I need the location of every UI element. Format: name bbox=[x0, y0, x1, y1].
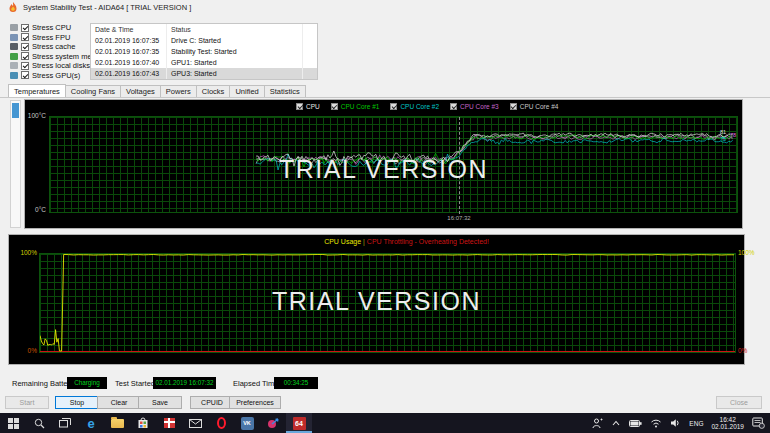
battery-value: Charging bbox=[67, 377, 107, 389]
opera-icon bbox=[217, 417, 226, 429]
gpu-icon bbox=[10, 72, 18, 79]
action-center-icon[interactable] bbox=[752, 417, 765, 429]
table-row[interactable]: 02.01.2019 16:07:43 GPU3: Started bbox=[91, 68, 317, 79]
stress-option-label: Stress CPU bbox=[32, 23, 71, 32]
taskbar-file-explorer-button[interactable] bbox=[104, 413, 130, 433]
x-axis-tick-label: 16:07:32 bbox=[428, 215, 490, 221]
legend-label: CPU bbox=[306, 103, 320, 110]
notification-badge bbox=[759, 423, 764, 428]
trial-watermark: TRIAL VERSION bbox=[9, 287, 744, 316]
task-view-button[interactable] bbox=[52, 413, 78, 433]
legend-label: CPU Core #2 bbox=[400, 103, 439, 110]
checkbox-icon[interactable] bbox=[21, 52, 29, 60]
disk-icon bbox=[10, 62, 18, 69]
legend-item-cpu-core-3[interactable]: CPU Core #3 bbox=[450, 103, 499, 110]
table-header[interactable]: Date & Time Status bbox=[91, 24, 317, 35]
legend-label: CPU Core #4 bbox=[520, 103, 559, 110]
y-axis-max-label: 100°C bbox=[25, 112, 46, 119]
scrollbar-thumb[interactable] bbox=[12, 103, 19, 118]
column-header-datetime[interactable]: Date & Time bbox=[91, 24, 167, 35]
cpuid-button[interactable]: CPUID bbox=[190, 396, 234, 409]
legend-item-cpu-core-1[interactable]: CPU Core #1 bbox=[331, 103, 380, 110]
taskbar-aida64-sensor-button[interactable] bbox=[260, 413, 286, 433]
legend-item-cpu-core-2[interactable]: CPU Core #2 bbox=[390, 103, 439, 110]
checkbox-icon[interactable] bbox=[21, 62, 29, 70]
taskbar: e bbox=[0, 413, 770, 433]
taskbar-edge-button[interactable]: e bbox=[78, 413, 104, 433]
checkbox-icon[interactable] bbox=[21, 24, 29, 32]
language-indicator[interactable]: ENG bbox=[689, 420, 703, 427]
checkbox-icon[interactable] bbox=[21, 43, 29, 51]
chart-vertical-scrollbar[interactable] bbox=[10, 100, 21, 228]
taskbar-clock[interactable]: 16:42 02.01.2019 bbox=[711, 416, 744, 431]
start-button-taskbar[interactable] bbox=[0, 413, 26, 433]
temperature-legend: CPU CPU Core #1 CPU Core #2 CPU Core #3 … bbox=[296, 103, 558, 110]
usage-legend: CPU Usage | CPU Throttling - Overheating… bbox=[69, 238, 744, 245]
wifi-icon[interactable] bbox=[650, 418, 662, 428]
save-button[interactable]: Save bbox=[138, 396, 182, 409]
checkbox-icon[interactable] bbox=[21, 71, 29, 79]
cache-icon bbox=[10, 43, 18, 50]
cpu-icon bbox=[10, 24, 18, 31]
checkbox-icon[interactable] bbox=[510, 103, 517, 110]
aida64-sensor-icon bbox=[267, 417, 280, 430]
checkbox-icon[interactable] bbox=[450, 103, 457, 110]
legend-item-cpu[interactable]: CPU bbox=[296, 103, 320, 110]
people-icon[interactable] bbox=[592, 418, 603, 429]
checkbox-icon[interactable] bbox=[21, 33, 29, 41]
clock-time: 16:42 bbox=[711, 416, 744, 424]
aida64-flame-icon bbox=[8, 2, 18, 13]
fpu-icon bbox=[10, 34, 18, 41]
volume-icon[interactable] bbox=[670, 418, 681, 428]
tab-strip: Temperatures Cooling Fans Voltages Power… bbox=[8, 84, 306, 98]
elapsed-time-value: 00:34:25 bbox=[274, 377, 318, 389]
chevron-up-icon[interactable] bbox=[611, 419, 621, 427]
battery-icon[interactable] bbox=[629, 419, 642, 428]
edge-icon: e bbox=[87, 417, 94, 430]
taskbar-store-button[interactable] bbox=[130, 413, 156, 433]
system-stability-test-window: System Stability Test - AIDA64 [ TRIAL V… bbox=[0, 0, 770, 433]
stress-option-label: Stress FPU bbox=[32, 33, 70, 42]
series-end-value: 75 bbox=[720, 136, 726, 142]
stop-button[interactable]: Stop bbox=[55, 396, 99, 409]
checkbox-icon[interactable] bbox=[390, 103, 397, 110]
legend-label: CPU Core #3 bbox=[460, 103, 499, 110]
taskbar-aida64-button[interactable]: 64 bbox=[286, 413, 312, 433]
series-end-value: 81 bbox=[720, 129, 726, 135]
preferences-button[interactable]: Preferences bbox=[229, 396, 281, 409]
taskbar-mail-button[interactable] bbox=[182, 413, 208, 433]
left-axis-max-label: 100% bbox=[11, 249, 37, 256]
table-row[interactable]: 02.01.2019 16:07:40 GPU1: Started bbox=[91, 57, 317, 68]
table-row[interactable]: 02.01.2019 16:07:35 Stability Test: Star… bbox=[91, 46, 317, 57]
event-log-table: Date & Time Status 02.01.2019 16:07:35 D… bbox=[90, 23, 318, 80]
clear-button[interactable]: Clear bbox=[97, 396, 141, 409]
temperature-chart-pane: CPU CPU Core #1 CPU Core #2 CPU Core #3 … bbox=[24, 99, 743, 229]
legend-item-cpu-core-4[interactable]: CPU Core #4 bbox=[510, 103, 559, 110]
checkbox-icon[interactable] bbox=[296, 103, 303, 110]
tab-temperatures[interactable]: Temperatures bbox=[8, 84, 66, 98]
start-button[interactable]: Start bbox=[5, 396, 49, 409]
task-view-icon bbox=[59, 418, 71, 428]
taskbar-apps: e bbox=[0, 413, 312, 433]
test-started-value: 02.01.2019 16:07:32 bbox=[153, 377, 216, 389]
column-header-status[interactable]: Status bbox=[167, 24, 303, 35]
table-row[interactable]: 02.01.2019 16:07:35 Drive C: Started bbox=[91, 35, 317, 46]
taskbar-gift-app-button[interactable] bbox=[156, 413, 182, 433]
test-started-label: Test Started: bbox=[115, 379, 157, 388]
titlebar: System Stability Test - AIDA64 [ TRIAL V… bbox=[0, 0, 770, 15]
taskbar-opera-button[interactable] bbox=[208, 413, 234, 433]
window-title: System Stability Test - AIDA64 [ TRIAL V… bbox=[23, 3, 191, 12]
close-button[interactable]: Close bbox=[716, 396, 762, 409]
taskbar-search-button[interactable] bbox=[26, 413, 52, 433]
left-axis-min-label: 0% bbox=[11, 347, 37, 354]
stress-option-label: Stress local disks bbox=[32, 61, 90, 70]
windows-start-icon bbox=[8, 418, 19, 429]
trial-watermark: TRIAL VERSION bbox=[25, 155, 742, 184]
mail-icon bbox=[189, 419, 202, 428]
checkbox-icon[interactable] bbox=[331, 103, 338, 110]
throttling-legend-label: CPU Throttling - Overheating Detected! bbox=[367, 238, 489, 245]
clock-date: 02.01.2019 bbox=[711, 423, 744, 431]
taskbar-vk-button[interactable]: VK bbox=[234, 413, 260, 433]
vk-icon: VK bbox=[241, 417, 254, 430]
series-end-value: 78 bbox=[730, 132, 736, 138]
